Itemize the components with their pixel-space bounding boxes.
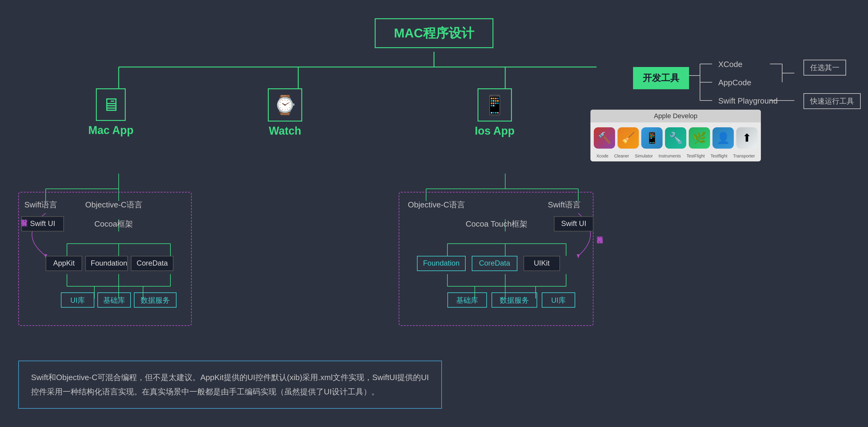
bottom-note: Swift和Objective-C可混合编程，但不是太建议。AppKit提供的U… [18, 361, 442, 409]
mac-objc-lang: Objective-C语言 [85, 199, 143, 210]
watch-label: Watch [269, 124, 301, 137]
ios-uilib-box: UI库 [542, 292, 575, 308]
root-title: MAC程序设计 [394, 26, 474, 40]
ios-coredata-label: CoreData [479, 259, 510, 267]
ios-uikit-box: UIKit [524, 256, 560, 271]
mac-icon: 🖥 [102, 94, 120, 115]
app-label-2: Cleaner [614, 153, 629, 159]
ios-box: 📱 [477, 88, 512, 121]
ios-dataservice-box: 数据服务 [492, 292, 537, 308]
mac-foundation-label: Foundation [91, 259, 127, 267]
appcode-label: AppCode [718, 78, 751, 87]
apple-panel-header: Apple Develop [590, 110, 761, 122]
ios-foundation-box: Foundation [417, 256, 466, 271]
ios-swiftui-box: Swift UI [554, 216, 593, 231]
ios-cocoa-touch: Cocoa Touch框架 [466, 219, 527, 229]
dev-tools-label: 开发工具 [633, 67, 689, 89]
mac-app-label: Mac App [88, 124, 134, 137]
mac-cocoa-label: Cocoa框架 [94, 219, 133, 229]
choice1-label: 任选其一 [810, 63, 839, 72]
dev-tools-text: 开发工具 [643, 73, 679, 83]
mac-appkit-box: AppKit [45, 256, 82, 271]
ios-baselib-box: 基础库 [447, 292, 487, 308]
diagram: MAC程序设计 🖥 Mac App ⌚ Watch 📱 Ios App Swif… [0, 0, 868, 427]
mac-swiftui-label: Swift UI [30, 219, 55, 228]
mac-coredata-box: CoreData [131, 256, 174, 271]
watch-icon: ⌚ [274, 94, 297, 116]
bottom-note-text: Swift和Objective-C可混合编程，但不是太建议。AppKit提供的U… [31, 373, 429, 396]
choice2-label: 快速运行工具 [810, 97, 854, 105]
ios-foundation-label: Foundation [423, 259, 460, 267]
ios-baselib-label: 基础库 [456, 296, 478, 304]
xcode-label: XCode [718, 60, 743, 69]
app-label-4: Instruments [659, 153, 681, 159]
mac-dataservice-box: 数据服务 [134, 292, 177, 308]
mac-foundation-box: Foundation [85, 256, 128, 271]
app-label-3: Simulator [635, 153, 653, 159]
app-icon-1: 🔨 [594, 127, 615, 149]
mac-swift-lang: Swift语言 [24, 199, 57, 210]
ios-swift-lang: Swift语言 [548, 199, 581, 210]
mac-baselib-box: 基础库 [97, 292, 131, 308]
watch-branch: ⌚ Watch [268, 88, 302, 137]
mac-uilib-box: UI库 [61, 292, 94, 308]
mac-swiftui-box: Swift UI [21, 216, 64, 231]
app-label-6: Testflight [711, 153, 727, 159]
ios-swiftui-label: Swift UI [561, 219, 587, 228]
ios-coredata-box: CoreData [472, 256, 517, 271]
ios-uilib-label: UI库 [551, 296, 566, 304]
ios-branch: 📱 Ios App [475, 88, 515, 137]
mac-appkit-label: AppKit [53, 259, 75, 267]
ios-uikit-label: UIKit [534, 259, 550, 267]
app-icon-7: ⬆ [736, 127, 757, 149]
ios-label: Ios App [475, 124, 515, 137]
app-icon-6: 👤 [712, 127, 734, 149]
ios-objc-lang: Objective-C语言 [408, 199, 465, 210]
mac-dataservice-label: 数据服务 [141, 296, 170, 304]
app-icon-5: 🌿 [689, 127, 710, 149]
app-label-1: Xcode [596, 153, 609, 159]
app-icon-2: 🧹 [618, 127, 639, 149]
mac-coredata-label: CoreData [137, 259, 168, 267]
app-label-7: Transporter [733, 153, 755, 159]
ios-dataservice-label: 数据服务 [500, 296, 529, 304]
mac-app-box: 🖥 [96, 88, 126, 121]
apple-panel-icons: 🔨 🧹 📱 🔧 🌿 👤 ⬆ [590, 122, 761, 153]
mac-app-branch: 🖥 Mac App [88, 88, 134, 137]
app-icon-4: 🔧 [665, 127, 686, 149]
root-node: MAC程序设计 [375, 18, 493, 48]
choice2-box: 快速运行工具 [804, 93, 861, 109]
swift-playground-label: Swift Playground [718, 96, 778, 106]
mac-baselib-label: 基础库 [103, 296, 125, 304]
mac-uilib-label: UI库 [70, 296, 85, 304]
ios-icon: 📱 [483, 94, 506, 116]
app-label-5: TestFlight [687, 153, 705, 159]
choice1-box: 任选其一 [804, 60, 846, 76]
app-icon-3: 📱 [641, 127, 662, 149]
apple-panel: Apple Develop 🔨 🧹 📱 🔧 🌿 👤 ⬆ Xcode Cleane… [590, 110, 761, 162]
watch-box: ⌚ [268, 88, 302, 121]
